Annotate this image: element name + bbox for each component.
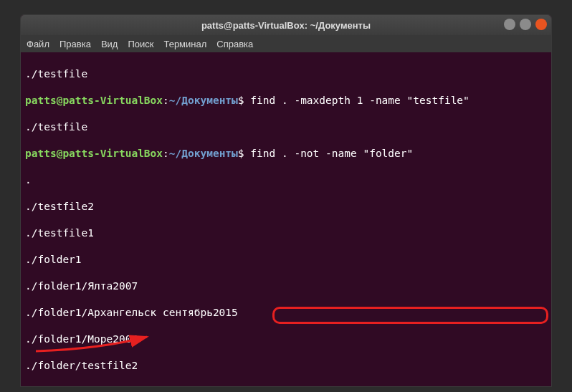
output-line: ./testfile [25,67,547,81]
prompt-line: patts@patts-VirtualBox:~/Документы$ find… [25,147,547,161]
terminal-output[interactable]: ./testfile patts@patts-VirtualBox:~/Доку… [21,52,551,387]
output-line: ./folder1/Ялта2007 [25,279,547,293]
output-line: . [25,173,547,187]
maximize-button[interactable] [520,19,531,30]
menu-file[interactable]: Файл [27,39,49,49]
output-line: ./testfile1 [25,226,547,240]
menubar: Файл Правка Вид Поиск Терминал Справка [21,35,551,52]
window-title: patts@patts-VirtualBox: ~/Документы [201,20,371,31]
terminal-window: patts@patts-VirtualBox: ~/Документы Файл… [20,14,552,387]
output-line: ./folder1/Море2005 [25,333,547,346]
menu-view[interactable]: Вид [101,39,118,49]
titlebar: patts@patts-VirtualBox: ~/Документы [21,15,551,35]
menu-edit[interactable]: Правка [59,39,91,49]
window-controls [504,19,547,30]
menu-search[interactable]: Поиск [128,39,153,49]
output-line: ./folder1/Архангельск сентябрь2015 [25,306,547,320]
prompt-line: patts@patts-VirtualBox:~/Документы$ find… [25,94,547,107]
output-line: ./folder/testfile1 [25,386,547,388]
output-line: ./folder/testfile2 [25,359,547,373]
minimize-button[interactable] [504,19,515,30]
output-line: ./testfile2 [25,200,547,214]
menu-terminal[interactable]: Терминал [163,39,206,49]
menu-help[interactable]: Справка [216,39,253,49]
output-line: ./folder1 [25,253,547,267]
close-button[interactable] [535,19,547,30]
output-line: ./testfile [25,120,547,134]
